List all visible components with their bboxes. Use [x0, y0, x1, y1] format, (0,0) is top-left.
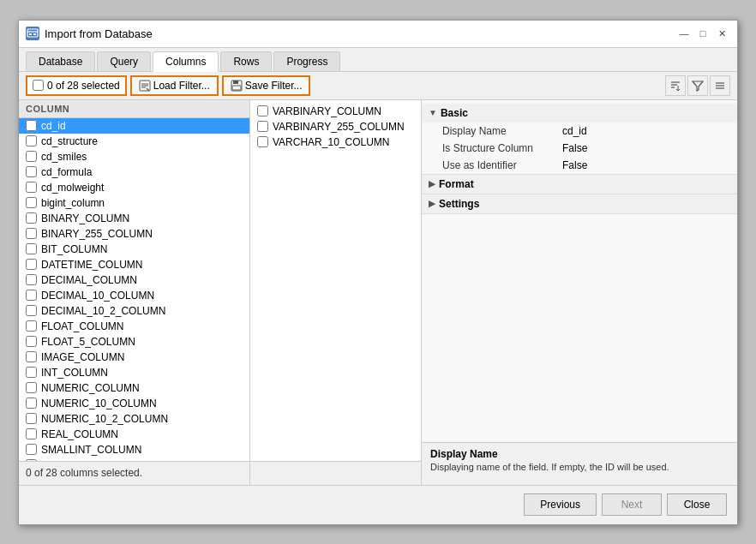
tab-columns[interactable]: Columns — [153, 51, 219, 72]
list-icon-button[interactable] — [710, 75, 730, 96]
column-checkbox[interactable] — [26, 182, 37, 193]
column-checkbox[interactable] — [26, 243, 37, 254]
list-item[interactable]: DATETIME_COLUMN — [19, 257, 249, 272]
column-label: VARBINARY_COLUMN — [273, 105, 381, 117]
close-window-button[interactable]: ✕ — [713, 25, 730, 42]
prop-section-name: Basic — [441, 107, 468, 119]
column-checkbox[interactable] — [257, 136, 268, 147]
column-checkbox[interactable] — [257, 121, 268, 132]
select-all-control[interactable]: 0 of 28 selected — [26, 75, 127, 96]
list-item[interactable]: BINARY_COLUMN — [19, 211, 249, 226]
prop-section-header[interactable]: ▶Settings — [422, 194, 737, 213]
list-item[interactable]: DECIMAL_10_2_COLUMN — [19, 303, 249, 319]
list-item[interactable]: VARBINARY_255_COLUMN — [250, 119, 421, 135]
prop-label: Is Structure Column — [442, 142, 562, 154]
maximize-button[interactable]: □ — [694, 25, 711, 42]
tab-database[interactable]: Database — [26, 51, 95, 71]
prop-value: cd_id — [562, 125, 587, 137]
help-text: Displaying name of the field. If empty, … — [430, 462, 729, 472]
list-item[interactable]: cd_id — [19, 118, 249, 134]
status-bar-left: 0 of 28 columns selected. — [19, 461, 249, 485]
column-checkbox[interactable] — [26, 444, 37, 455]
save-filter-label: Save Filter... — [245, 80, 303, 92]
column-checkbox[interactable] — [26, 166, 37, 177]
list-item[interactable]: BINARY_255_COLUMN — [19, 226, 249, 242]
list-item[interactable]: FLOAT_5_COLUMN — [19, 334, 249, 350]
column-label: NUMERIC_10_COLUMN — [41, 398, 157, 409]
svg-rect-3 — [33, 33, 36, 35]
column-checkbox[interactable] — [26, 290, 37, 301]
list-item[interactable]: VARBINARY_COLUMN — [250, 104, 421, 119]
close-button[interactable]: Close — [667, 493, 727, 516]
list-item[interactable]: cd_smiles — [19, 149, 249, 164]
column-label: NUMERIC_10_2_COLUMN — [41, 413, 168, 425]
column-label: DECIMAL_COLUMN — [41, 274, 137, 286]
column-checkbox[interactable] — [257, 105, 268, 117]
list-item[interactable]: FLOAT_COLUMN — [19, 319, 249, 334]
column-label: REAL_COLUMN — [41, 428, 118, 440]
list-item[interactable]: BIT_COLUMN — [19, 242, 249, 257]
list-item[interactable]: NUMERIC_10_COLUMN — [19, 396, 249, 411]
prop-section-name: Format — [439, 178, 474, 190]
prop-section: ▶Format — [422, 175, 737, 194]
minimize-button[interactable]: — — [675, 25, 693, 42]
column-checkbox[interactable] — [26, 320, 37, 332]
prop-section-header[interactable]: ▼Basic — [422, 104, 737, 123]
column-label: BINARY_255_COLUMN — [41, 228, 153, 240]
filter-icon-button[interactable] — [687, 75, 708, 96]
column-checkbox[interactable] — [26, 228, 37, 239]
column-label: SMALLINT_COLUMN — [41, 444, 141, 456]
next-button[interactable]: Next — [602, 493, 662, 516]
list-item[interactable]: cd_molweight — [19, 180, 249, 195]
list-item[interactable]: REAL_COLUMN — [19, 427, 249, 442]
column-checkbox[interactable] — [26, 367, 37, 378]
column-checkbox[interactable] — [26, 351, 37, 362]
list-item[interactable]: cd_structure — [19, 134, 249, 149]
list-item[interactable]: VARCHAR_10_COLUMN — [250, 135, 421, 150]
column-label: INT_COLUMN — [41, 367, 108, 379]
list-item[interactable]: bigint_column — [19, 195, 249, 211]
save-filter-button[interactable]: Save Filter... — [222, 75, 311, 96]
column-checkbox[interactable] — [26, 428, 37, 439]
column-checkbox[interactable] — [26, 151, 37, 162]
column-checkbox[interactable] — [26, 197, 37, 208]
list-item[interactable]: DECIMAL_10_COLUMN — [19, 288, 249, 303]
tab-query[interactable]: Query — [97, 51, 151, 71]
list-item[interactable]: INT_COLUMN — [19, 365, 249, 380]
column-checkbox[interactable] — [26, 135, 37, 146]
list-item[interactable]: cd_formula — [19, 164, 249, 180]
prop-section-header[interactable]: ▶Format — [422, 175, 737, 194]
column-checkbox[interactable] — [26, 212, 37, 224]
select-all-checkbox[interactable] — [33, 80, 44, 91]
prop-section-name: Settings — [439, 198, 479, 210]
column-label: FLOAT_COLUMN — [41, 320, 123, 332]
column-label: BIT_COLUMN — [41, 243, 107, 255]
list-item[interactable]: SMALLINT_COLUMN — [19, 442, 249, 457]
tab-progress[interactable]: Progress — [273, 51, 340, 71]
list-item[interactable]: IMAGE_COLUMN — [19, 350, 249, 365]
tab-rows[interactable]: Rows — [220, 51, 272, 71]
column-label: cd_formula — [41, 166, 92, 178]
column-checkbox[interactable] — [26, 413, 37, 424]
column-checkbox[interactable] — [26, 274, 37, 285]
column-checkbox[interactable] — [26, 120, 37, 131]
tab-bar: Database Query Columns Rows Progress — [19, 48, 737, 72]
column-checkbox[interactable] — [26, 305, 37, 316]
list-item[interactable]: NUMERIC_COLUMN — [19, 380, 249, 396]
sort-icon-button[interactable] — [665, 75, 686, 96]
load-filter-icon — [139, 80, 151, 92]
column-checkbox[interactable] — [26, 336, 37, 347]
help-title: Display Name — [430, 448, 729, 460]
prop-label: Use as Identifier — [442, 159, 562, 171]
column-checkbox[interactable] — [26, 398, 37, 409]
load-filter-button[interactable]: Load Filter... — [130, 75, 219, 96]
column-checkbox[interactable] — [26, 382, 37, 393]
column-header: COLUMN — [19, 100, 249, 118]
column-label: BINARY_COLUMN — [41, 212, 129, 224]
previous-button[interactable]: Previous — [524, 493, 597, 516]
list-item[interactable]: NUMERIC_10_2_COLUMN — [19, 411, 249, 427]
list-item[interactable]: DECIMAL_COLUMN — [19, 272, 249, 288]
column-checkbox[interactable] — [26, 259, 37, 270]
select-all-label: 0 of 28 selected — [47, 80, 120, 92]
toolbar: 0 of 28 selected Load Filter... Save Fil… — [19, 72, 737, 100]
